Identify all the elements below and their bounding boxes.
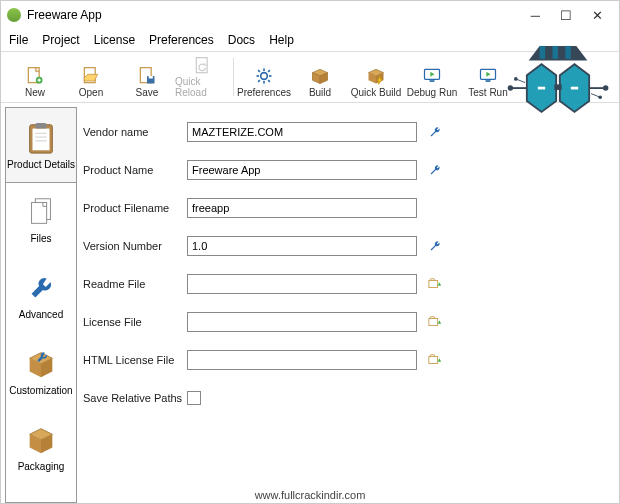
tab-files[interactable]: Files [6, 182, 76, 258]
toolbar-quick-reload: Quick Reload [175, 56, 231, 98]
toolbar: New Open Save Quick Reload Preferences B… [1, 51, 619, 103]
vendor-input[interactable] [187, 122, 417, 142]
license-input[interactable] [187, 312, 417, 332]
license-browse-button[interactable] [427, 314, 443, 330]
svg-rect-42 [35, 122, 46, 128]
footer-watermark: www.fullcrackindir.com [1, 489, 619, 501]
screen-play-icon [421, 65, 443, 87]
product-label: Product Name [83, 164, 187, 176]
tab-customization[interactable]: Customization [6, 334, 76, 410]
vendor-label: Vendor name [83, 126, 187, 138]
side-tabs: Product Details Files Advanced Customiza… [5, 107, 77, 503]
html-license-browse-button[interactable] [427, 352, 443, 368]
relpaths-label: Save Relative Paths [83, 392, 187, 404]
svg-marker-19 [430, 72, 434, 77]
menu-license[interactable]: License [94, 33, 135, 47]
toolbar-quick-build[interactable]: Quick Build [348, 56, 404, 98]
svg-point-7 [261, 73, 268, 80]
filename-input[interactable] [187, 198, 417, 218]
svg-rect-18 [430, 80, 435, 82]
toolbar-open[interactable]: Open [63, 56, 119, 98]
clipboard-icon [25, 121, 57, 155]
readme-browse-button[interactable] [427, 276, 443, 292]
file-open-icon [80, 65, 102, 87]
toolbar-divider [233, 58, 234, 96]
filename-label: Product Filename [83, 202, 187, 214]
reload-icon [192, 56, 214, 76]
toolbar-build[interactable]: Build [292, 56, 348, 98]
menubar: File Project License Preferences Docs He… [1, 29, 619, 51]
menu-docs[interactable]: Docs [228, 33, 255, 47]
svg-line-14 [258, 80, 260, 82]
toolbar-debug-run[interactable]: Debug Run [404, 56, 460, 98]
relpaths-checkbox[interactable] [187, 391, 201, 405]
svg-rect-41 [33, 128, 50, 150]
version-label: Version Number [83, 240, 187, 252]
file-save-icon [136, 65, 158, 87]
svg-rect-21 [486, 80, 491, 82]
tab-product-details[interactable]: Product Details [5, 107, 77, 183]
html-license-input[interactable] [187, 350, 417, 370]
menu-project[interactable]: Project [42, 33, 79, 47]
toolbar-new[interactable]: New [7, 56, 63, 98]
maximize-button[interactable]: ☐ [560, 8, 572, 23]
version-wrench-button[interactable] [427, 238, 443, 254]
svg-marker-22 [486, 72, 490, 77]
menu-help[interactable]: Help [269, 33, 294, 47]
svg-rect-49 [429, 319, 438, 326]
gear-icon [253, 65, 275, 87]
tab-packaging[interactable]: Packaging [6, 410, 76, 486]
menu-preferences[interactable]: Preferences [149, 33, 214, 47]
svg-rect-50 [429, 357, 438, 364]
wrench-big-icon [25, 271, 57, 305]
svg-rect-5 [149, 76, 153, 79]
file-new-icon [24, 65, 46, 87]
toolbar-test-run[interactable]: Test Run [460, 56, 516, 98]
license-label: License File [83, 316, 187, 328]
menu-file[interactable]: File [9, 33, 28, 47]
minimize-button[interactable]: ─ [531, 8, 540, 23]
svg-line-15 [268, 70, 270, 72]
workspace: Product Details Files Advanced Customiza… [1, 103, 619, 504]
svg-rect-47 [32, 203, 47, 224]
box-wrench-icon [25, 347, 57, 381]
toolbar-preferences[interactable]: Preferences [236, 56, 292, 98]
readme-input[interactable] [187, 274, 417, 294]
vendor-wrench-button[interactable] [427, 124, 443, 140]
html-license-label: HTML License File [83, 354, 187, 366]
window-title: Freeware App [27, 8, 102, 22]
screen-play-icon [477, 65, 499, 87]
files-icon [25, 195, 57, 229]
product-wrench-button[interactable] [427, 162, 443, 178]
close-button[interactable]: ✕ [592, 8, 603, 23]
svg-rect-48 [429, 281, 438, 288]
version-input[interactable] [187, 236, 417, 256]
readme-label: Readme File [83, 278, 187, 290]
form-area: Vendor name Product Name Product Filenam… [77, 103, 619, 504]
app-icon [7, 8, 21, 22]
box-plain-icon [25, 423, 57, 457]
svg-line-13 [268, 80, 270, 82]
box-icon [309, 65, 331, 87]
box-lightning-icon [365, 65, 387, 87]
product-input[interactable] [187, 160, 417, 180]
tab-advanced[interactable]: Advanced [6, 258, 76, 334]
svg-line-12 [258, 70, 260, 72]
titlebar: Freeware App ─ ☐ ✕ [1, 1, 619, 29]
toolbar-save[interactable]: Save [119, 56, 175, 98]
